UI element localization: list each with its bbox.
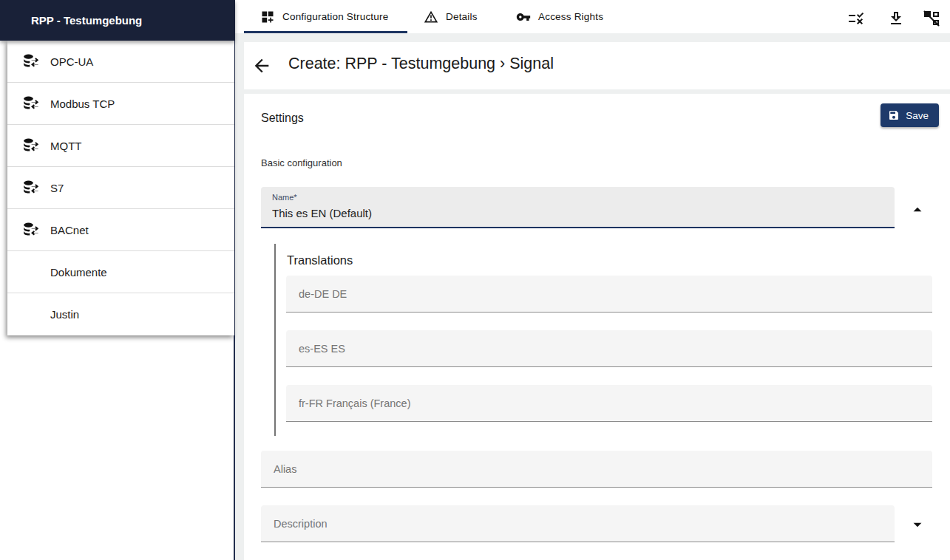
rule-icon[interactable] bbox=[847, 10, 865, 27]
key-icon bbox=[516, 10, 531, 24]
dashboard-customize-icon bbox=[260, 10, 275, 24]
translation-input-fr[interactable] bbox=[286, 385, 932, 421]
save-button[interactable]: Save bbox=[881, 103, 939, 127]
sidebar-item-opc-ua[interactable]: OPC-UA bbox=[7, 41, 234, 83]
sidebar-item-label: S7 bbox=[50, 182, 64, 194]
sidebar-item-label: MQTT bbox=[50, 140, 82, 152]
expand-down-icon[interactable] bbox=[908, 515, 927, 534]
tree-structure-icon[interactable] bbox=[923, 10, 940, 27]
tab-access-rights[interactable]: Access Rights bbox=[516, 0, 623, 33]
back-arrow-icon[interactable] bbox=[251, 55, 272, 76]
sidebar-item-label: OPC-UA bbox=[50, 55, 93, 68]
sidebar-list: OPC-UA Modbus TCP MQTT S7 BACnet bbox=[7, 41, 234, 335]
tab-configuration-structure[interactable]: Configuration Structure bbox=[244, 0, 407, 33]
description-input[interactable] bbox=[261, 505, 895, 542]
app-window: RPP - Testumgebung OPC-UA Modbus TCP MQT… bbox=[0, 0, 950, 560]
sidebar-item-s7[interactable]: S7 bbox=[7, 167, 234, 209]
sidebar-header: RPP - Testumgebung bbox=[0, 0, 235, 41]
translations-title: Translations bbox=[287, 253, 353, 267]
content-area: Create: RPP - Testumgebung › Signal Sett… bbox=[235, 33, 950, 560]
translation-field-es bbox=[286, 330, 932, 367]
settings-panel: Settings Save Basic configuration Name* … bbox=[244, 94, 950, 560]
translation-field-de bbox=[286, 276, 932, 313]
sidebar-item-label: Justin bbox=[50, 308, 79, 321]
tab-label: Configuration Structure bbox=[282, 11, 388, 22]
name-input[interactable] bbox=[261, 200, 895, 225]
page-title: Create: RPP - Testumgebung › Signal bbox=[288, 55, 554, 73]
sidebar-item-label: BACnet bbox=[50, 224, 89, 236]
sidebar-item-label: Modbus TCP bbox=[50, 98, 115, 110]
tab-label: Details bbox=[446, 11, 478, 22]
sidebar-title: RPP - Testumgebung bbox=[31, 14, 142, 27]
download-icon[interactable] bbox=[887, 10, 905, 27]
datasource-icon bbox=[22, 221, 40, 239]
datasource-icon bbox=[22, 52, 40, 70]
alias-input[interactable] bbox=[261, 451, 932, 487]
translation-input-es[interactable] bbox=[286, 330, 932, 366]
translation-input-de[interactable] bbox=[286, 276, 932, 312]
sidebar-item-dokumente[interactable]: Dokumente bbox=[7, 251, 234, 293]
sidebar-item-justin[interactable]: Justin bbox=[7, 293, 234, 335]
tab-bar: Configuration Structure Details Access R… bbox=[235, 0, 950, 33]
name-field: Name* bbox=[261, 187, 895, 228]
collapse-up-icon[interactable] bbox=[908, 199, 927, 219]
save-button-label: Save bbox=[906, 110, 929, 121]
basic-configuration-label: Basic configuration bbox=[261, 157, 342, 168]
sidebar-item-label: Dokumente bbox=[50, 266, 107, 279]
sidebar-item-modbus-tcp[interactable]: Modbus TCP bbox=[7, 83, 234, 125]
warning-icon bbox=[424, 10, 438, 24]
tab-label: Access Rights bbox=[538, 11, 603, 22]
translations-indent-line bbox=[274, 244, 276, 436]
page-header: Create: RPP - Testumgebung › Signal bbox=[244, 42, 950, 89]
save-icon bbox=[888, 109, 900, 121]
tab-details[interactable]: Details bbox=[424, 0, 511, 33]
datasource-icon bbox=[22, 137, 40, 154]
datasource-icon bbox=[22, 95, 40, 112]
datasource-icon bbox=[22, 179, 40, 197]
settings-section-title: Settings bbox=[261, 112, 304, 125]
translation-field-fr bbox=[286, 385, 932, 422]
sidebar-item-mqtt[interactable]: MQTT bbox=[7, 125, 234, 167]
sidebar-item-bacnet[interactable]: BACnet bbox=[7, 209, 234, 251]
description-field bbox=[261, 505, 895, 542]
alias-field bbox=[261, 451, 932, 488]
